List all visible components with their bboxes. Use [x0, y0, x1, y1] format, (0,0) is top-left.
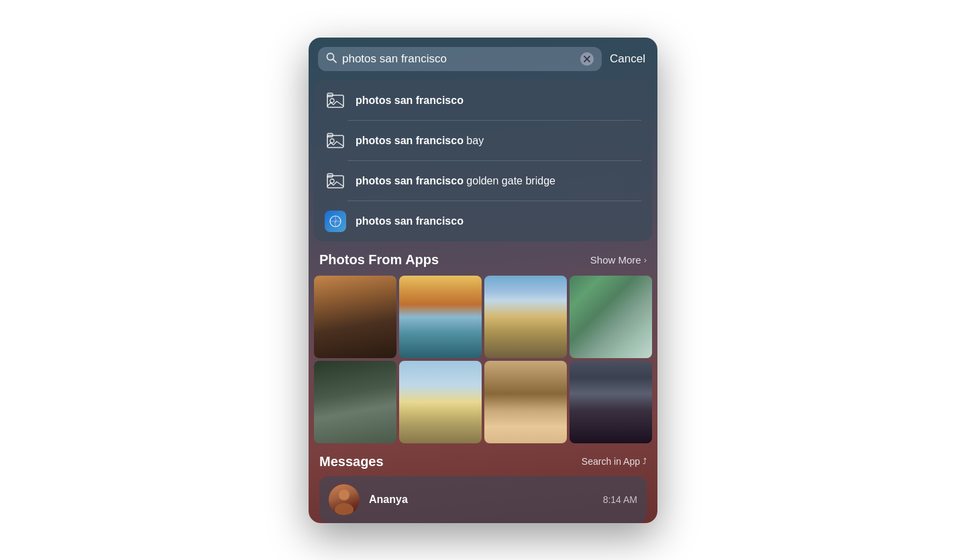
clear-search-button[interactable]: [580, 52, 594, 66]
svg-point-6: [330, 99, 334, 103]
svg-point-18: [339, 490, 350, 500]
search-input-wrapper: [318, 47, 602, 71]
suggestion-item[interactable]: photos san francisco: [314, 201, 652, 241]
photos-from-apps-section: Photos From Apps Show More ›: [309, 241, 657, 443]
safari-app-icon: [325, 211, 346, 232]
search-bar-row: Cancel: [309, 38, 657, 80]
photos-section-title: Photos From Apps: [319, 252, 439, 268]
suggestion-item[interactable]: photos san francisco golden gate bridge: [314, 161, 652, 201]
search-input[interactable]: [342, 52, 575, 66]
suggestion-item[interactable]: photos san francisco: [314, 80, 652, 121]
photos-app-icon: [325, 130, 346, 152]
messages-section-title: Messages: [319, 454, 384, 469]
photos-app-icon: [325, 90, 346, 111]
photos-section-header: Photos From Apps Show More ›: [309, 241, 657, 276]
svg-point-19: [335, 503, 354, 515]
search-in-app-button[interactable]: Search in App ⤴: [582, 456, 647, 467]
photo-cell[interactable]: [399, 276, 482, 358]
spotlight-overlay: Cancel photos san francisco: [309, 38, 657, 523]
avatar: [329, 484, 360, 515]
photo-cell[interactable]: [570, 276, 652, 358]
message-time: 8:14 AM: [603, 494, 637, 505]
search-in-app-label: Search in App: [582, 456, 640, 467]
message-row[interactable]: Ananya 8:14 AM: [319, 476, 647, 523]
photo-cell[interactable]: [484, 361, 567, 443]
cancel-button[interactable]: Cancel: [608, 52, 647, 66]
svg-point-12: [330, 179, 334, 183]
suggestion-text: photos san francisco bay: [356, 135, 484, 147]
search-icon: [326, 52, 337, 66]
suggestion-item[interactable]: photos san francisco bay: [314, 121, 652, 161]
suggestion-text: photos san francisco: [356, 95, 464, 107]
photo-cell[interactable]: [570, 361, 652, 443]
message-info: Ananya: [369, 494, 594, 506]
photo-cell[interactable]: [314, 361, 396, 443]
suggestion-text: photos san francisco: [356, 215, 464, 227]
messages-section: Messages Search in App ⤴ Ananya 8:14 AM: [309, 443, 657, 523]
chevron-right-icon: ›: [644, 255, 647, 265]
messages-section-header: Messages Search in App ⤴: [319, 454, 647, 469]
photo-cell[interactable]: [399, 361, 482, 443]
photo-cell[interactable]: [314, 276, 396, 358]
svg-line-1: [333, 59, 337, 62]
external-link-icon: ⤴: [643, 457, 647, 466]
suggestions-list: photos san francisco photos san francisc…: [314, 80, 652, 241]
photos-app-icon: [325, 170, 346, 192]
photo-cell[interactable]: [484, 276, 567, 358]
show-more-button[interactable]: Show More ›: [590, 254, 647, 266]
avatar-image: [329, 484, 360, 515]
suggestion-text: photos san francisco golden gate bridge: [356, 175, 555, 187]
photo-grid: [309, 276, 657, 443]
svg-point-9: [330, 139, 334, 143]
show-more-label: Show More: [590, 254, 641, 266]
message-sender: Ananya: [369, 494, 594, 506]
